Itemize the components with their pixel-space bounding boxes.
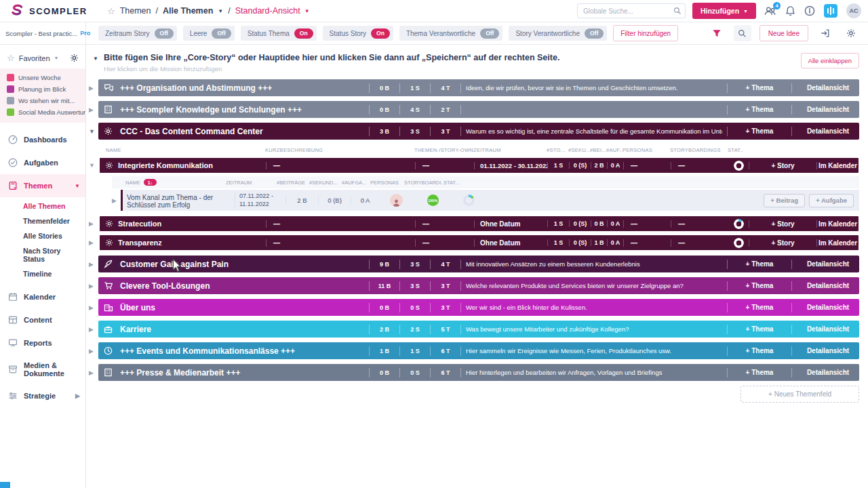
expand-icon[interactable]: ▶ (89, 106, 98, 113)
in-calendar-button[interactable]: Im Kalender (816, 239, 859, 247)
themefield-bar[interactable]: Clevere Tool-Lösungen 11 B 3 S 3 T Welch… (98, 277, 859, 294)
favorite-item[interactable]: Unsere Woche (0, 72, 85, 83)
collapse-arrow-icon[interactable]: ▼ (92, 56, 100, 62)
themefield-bar[interactable]: Über uns 0 B 0 S 3 T Wer wir sind - ein … (98, 299, 859, 316)
story-card[interactable]: Vom Kanal zum Thema - der Schlüssel zum … (121, 190, 859, 211)
expand-icon[interactable]: ▶ (89, 283, 98, 289)
sidebar-item-content[interactable]: Content (0, 308, 85, 331)
add-story-button[interactable]: + Story (749, 220, 816, 228)
in-calendar-button[interactable]: Im Kalender (816, 220, 859, 228)
expand-icon[interactable]: ▶ (89, 85, 98, 92)
add-thema-button[interactable]: + Thema (732, 347, 787, 354)
favorite-item[interactable]: Social Media Auswertung (0, 106, 85, 118)
expand-icon[interactable]: ▶ (89, 220, 99, 227)
chevron-down-icon[interactable]: ▼ (218, 8, 223, 14)
add-thema-button[interactable]: + Thema (732, 106, 787, 113)
filter-chip-status-thema[interactable]: Status Thema On (241, 26, 317, 41)
breadcrumb-section[interactable]: Themen (120, 6, 151, 16)
filter-chip-leere[interactable]: Leere Off (183, 26, 235, 41)
themefield-bar[interactable]: CCC - Das Content Command Center 3 B 3 S… (98, 123, 859, 140)
add-beitrag-button[interactable]: + Beitrag (764, 194, 805, 207)
themefield-bar[interactable]: +++ Scompler Knowledge und Schulungen ++… (98, 101, 859, 118)
sidebar-item-kalender[interactable]: Kalender (0, 285, 85, 308)
sidebar-item-nach-story-status[interactable]: Nach Story Status (0, 243, 85, 266)
chevron-down-icon[interactable]: ▼ (54, 56, 59, 60)
info-icon[interactable] (804, 5, 815, 16)
add-thema-button[interactable]: + Thema (732, 325, 787, 333)
add-thema-button[interactable]: + Thema (732, 127, 787, 135)
add-thema-button[interactable]: + Thema (732, 282, 787, 289)
collapse-icon[interactable]: ▼ (89, 128, 98, 135)
expand-icon[interactable]: ▶ (89, 369, 98, 376)
expand-icon[interactable]: ▶ (112, 197, 121, 204)
expand-icon[interactable]: ▶ (89, 348, 98, 354)
sidebar-item-alle-stories[interactable]: Alle Stories (0, 228, 85, 243)
detail-view-button[interactable]: Detailansicht (797, 325, 859, 333)
add-thema-button[interactable]: + Thema (732, 304, 787, 311)
export-icon[interactable] (816, 25, 834, 41)
detail-view-button[interactable]: Detailansicht (797, 106, 859, 113)
chevron-right-icon[interactable]: ▶ (75, 392, 80, 399)
breadcrumb-subview[interactable]: Standard-Ansicht (235, 6, 300, 16)
workspace-switcher[interactable]: Scompler - Best practic... Pro (0, 22, 85, 45)
filter-chip-status-story[interactable]: Status Story On (323, 26, 393, 41)
sidebar-item-timeline[interactable]: Timeline (0, 266, 85, 281)
add-filter-button[interactable]: Filter hinzufügen (613, 25, 678, 41)
add-thema-button[interactable]: + Thema (732, 369, 787, 376)
mission-placeholder[interactable]: Hier klicken um die Mission hinzuzufügen (104, 65, 793, 73)
thema-bar[interactable]: Transparenz — — Ohne Datum 1 S 0 (S) 1 B… (99, 235, 859, 251)
sidebar-item-themenfelder[interactable]: Themenfelder (0, 214, 85, 228)
add-thema-button[interactable]: + Thema (732, 84, 787, 92)
sidebar-item-themen[interactable]: Themen ▼ (0, 174, 85, 197)
chevron-down-icon[interactable]: ▼ (75, 183, 80, 189)
sort-badge[interactable]: 1↓ (144, 179, 157, 186)
favorite-star-icon[interactable]: ☆ (107, 6, 115, 16)
detail-view-button[interactable]: Detailansicht (797, 260, 859, 268)
toggle-on[interactable]: On (294, 28, 313, 39)
in-calendar-button[interactable]: Im Kalender (816, 162, 859, 169)
detail-view-button[interactable]: Detailansicht (797, 282, 859, 289)
themefield-bar[interactable]: Customer Gain against Pain 9 B 3 S 4 T M… (98, 256, 859, 272)
themefield-bar[interactable]: +++ Presse & Medienarbeit +++ 0 B 0 S 6 … (98, 364, 859, 381)
sidebar-item-dashboards[interactable]: Dashboards (0, 128, 85, 151)
thema-bar[interactable]: Integrierte Kommunikation — — 01.11.2022… (99, 157, 859, 174)
bottom-left-widget-tab[interactable] (0, 482, 10, 488)
collapse-icon[interactable]: ▼ (89, 162, 99, 169)
themefield-bar[interactable]: +++ Organisation und Abstimmung +++ 0 B … (98, 79, 859, 96)
breadcrumb-view[interactable]: Alle Themen (163, 6, 213, 16)
toggle-off[interactable]: Off (212, 28, 231, 39)
sidebar-item-reports[interactable]: Reports (0, 331, 85, 354)
expand-icon[interactable]: ▶ (89, 304, 98, 311)
sidebar-item-aufgaben[interactable]: Aufgaben (0, 151, 85, 174)
detail-view-button[interactable]: Detailansicht (797, 84, 859, 92)
sidebar-item-strategie[interactable]: Strategie ▶ (0, 384, 85, 407)
new-idea-button[interactable]: Neue Idee (760, 25, 808, 41)
themefield-bar[interactable]: Karriere 2 B 2 S 5 T Was bewegt unsere M… (98, 321, 859, 338)
product-news-icon[interactable] (824, 4, 837, 18)
detail-view-button[interactable]: Detailansicht (797, 304, 859, 311)
filter-funnel-icon[interactable] (708, 25, 726, 41)
sidebar-item-alle-themen[interactable]: Alle Themen (0, 199, 85, 214)
filter-chip-story-verantwortliche[interactable]: Story Verantwortliche Off (509, 26, 607, 41)
add-button[interactable]: Hinzufügen ▼ (692, 3, 756, 19)
detail-view-button[interactable]: Detailansicht (797, 347, 859, 354)
global-search-input[interactable] (577, 3, 686, 18)
toggle-on[interactable]: On (371, 28, 390, 39)
avatar[interactable]: AC (846, 3, 861, 18)
community-icon[interactable]: 4 (764, 5, 776, 16)
notifications-bell-icon[interactable] (785, 5, 795, 16)
add-thema-button[interactable]: + Thema (732, 260, 787, 268)
add-story-button[interactable]: + Story (749, 162, 816, 169)
add-story-button[interactable]: + Story (749, 239, 816, 247)
expand-icon[interactable]: ▶ (89, 261, 98, 268)
storyboarding-badge[interactable]: 100% (427, 195, 439, 206)
add-aufgabe-button[interactable]: + Aufgabe (809, 194, 854, 207)
favorite-item[interactable]: Wo stehen wir mit... (0, 95, 85, 106)
themefield-bar[interactable]: +++ Events und Kommunikationsanlässe +++… (98, 342, 859, 359)
expand-icon[interactable]: ▶ (89, 239, 99, 246)
thema-bar[interactable]: Stratecution — — Ohne Datum 1 S 0 (S) 0 … (99, 216, 859, 232)
collapse-all-button[interactable]: Alle einklappen (801, 53, 859, 68)
toggle-off[interactable]: Off (480, 28, 499, 39)
settings-gear-icon[interactable] (842, 25, 860, 41)
persona-avatar[interactable] (390, 194, 403, 207)
